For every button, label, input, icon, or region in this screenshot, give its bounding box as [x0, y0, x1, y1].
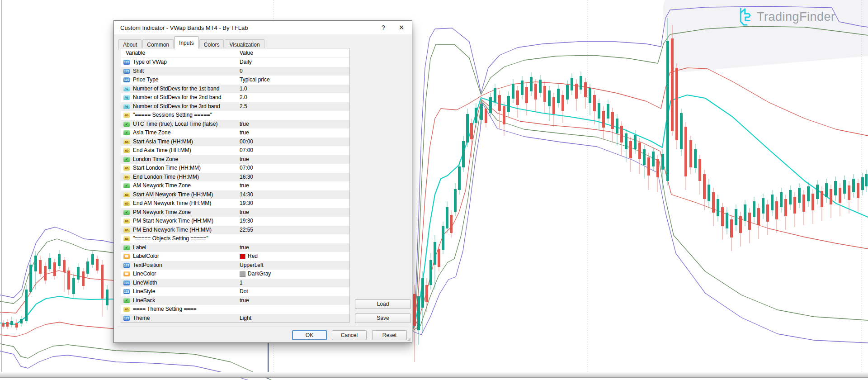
- candle-body-up: [29, 265, 32, 292]
- candle-body-down: [766, 204, 769, 222]
- string-icon: ab: [123, 113, 130, 118]
- candle-body-down: [561, 95, 564, 111]
- candle-body-up: [417, 296, 420, 330]
- variable-label: Start Asia Time (HH:MM): [133, 138, 237, 147]
- value-cell[interactable]: 1.0: [240, 85, 247, 94]
- candle-body-down: [438, 249, 440, 267]
- table-row[interactable]: ✓London Time Zonetrue: [121, 155, 349, 164]
- value-cell[interactable]: Dot: [240, 287, 248, 296]
- value-cell[interactable]: 14:30: [240, 190, 253, 200]
- table-row[interactable]: 123TextPositionUpperLeft: [121, 261, 349, 270]
- value-cell[interactable]: 2.0: [240, 93, 247, 102]
- value-cell[interactable]: DarkGray: [240, 270, 271, 279]
- candle-body-up: [852, 179, 855, 192]
- value-text: DarkGray: [248, 270, 271, 279]
- value-cell[interactable]: 2.5: [240, 102, 247, 111]
- table-row[interactable]: LabelColorRed: [121, 252, 349, 261]
- tradingfinder-logo-icon: [735, 7, 752, 26]
- table-row[interactable]: abEnd London Time (HH:MM)16:30: [121, 173, 349, 182]
- save-button[interactable]: Save: [355, 314, 411, 323]
- table-row[interactable]: ab"===== Objects Setting =====": [121, 234, 349, 243]
- value-cell[interactable]: Daily: [240, 58, 252, 67]
- candle-body-up: [680, 113, 683, 149]
- table-row[interactable]: ½Number of StdDevs for the 2nd band2.0: [121, 93, 349, 102]
- table-row[interactable]: abStart AM Newyork Time (HH:MM)14:30: [121, 190, 349, 200]
- candle-body-up: [571, 78, 573, 90]
- value-cell[interactable]: true: [240, 128, 249, 138]
- value-cell[interactable]: 16:30: [240, 173, 253, 182]
- close-icon[interactable]: ✕: [394, 21, 409, 34]
- help-button[interactable]: ?: [376, 21, 391, 34]
- table-row[interactable]: abEnd AM Newyork Time (HH:MM)19:30: [121, 199, 349, 208]
- tab-inputs[interactable]: Inputs: [175, 36, 198, 48]
- resize-grip[interactable]: [407, 337, 410, 341]
- table-row[interactable]: ✓PM Newyork Time Zonetrue: [121, 208, 349, 217]
- string-icon: ab: [123, 175, 130, 180]
- value-cell[interactable]: true: [240, 243, 249, 252]
- table-row[interactable]: ab==== Theme Setting ====: [121, 305, 349, 314]
- table-row[interactable]: 123LineWidth1: [121, 279, 349, 288]
- vwap-band-line-green: [413, 101, 868, 330]
- value-cell[interactable]: 19:30: [240, 199, 253, 208]
- table-row[interactable]: LineColorDarkGray: [121, 270, 349, 279]
- table-row[interactable]: abStart Asia Time (HH:MM)00:00: [121, 138, 349, 147]
- window-bottom-strip: [0, 372, 868, 377]
- table-row[interactable]: abPM End Newyork Time (HH:MM)22:55: [121, 226, 349, 235]
- reset-button[interactable]: Reset: [372, 330, 407, 340]
- table-row[interactable]: ✓Asia Time Zonetrue: [121, 128, 349, 138]
- color-icon: [123, 271, 130, 276]
- value-cell[interactable]: 19:30: [240, 217, 253, 226]
- value-cell[interactable]: 00:00: [240, 138, 253, 147]
- ok-button[interactable]: OK: [292, 330, 327, 340]
- load-button[interactable]: Load: [355, 299, 411, 309]
- table-row[interactable]: ✓UTC Time (true), Local Time (false)true: [121, 120, 349, 129]
- table-row[interactable]: 123Price TypeTypical price: [121, 76, 349, 85]
- table-row[interactable]: ✓AM Newyork Time Zonetrue: [121, 181, 349, 190]
- value-cell[interactable]: 0: [240, 67, 243, 76]
- cancel-button[interactable]: Cancel: [332, 330, 367, 340]
- string-icon: ab: [123, 166, 130, 171]
- variable-label: Number of StdDevs for the 3rd band: [133, 102, 237, 111]
- value-cell[interactable]: true: [240, 296, 249, 305]
- variable-label: LineStyle: [133, 287, 237, 296]
- table-row[interactable]: ✓LineBacktrue: [121, 296, 349, 305]
- candle-body-up: [58, 254, 61, 266]
- table-row[interactable]: ½Number of StdDevs for the 3rd band2.5: [121, 102, 349, 111]
- table-row[interactable]: abStart London Time (HH:MM)07:00: [121, 164, 349, 173]
- value-cell[interactable]: 22:55: [240, 226, 253, 235]
- value-cell[interactable]: Red: [240, 252, 258, 261]
- candle-body-up: [86, 261, 89, 274]
- tradingfinder-logo: TradingFinder: [735, 7, 835, 26]
- candle-body-up: [557, 89, 560, 103]
- candle-body-up: [708, 185, 710, 201]
- value-cell[interactable]: UpperLeft: [240, 261, 264, 270]
- value-cell[interactable]: true: [240, 181, 249, 190]
- table-row[interactable]: ✓Labeltrue: [121, 243, 349, 252]
- value-cell[interactable]: Light: [240, 314, 251, 323]
- table-row[interactable]: 123LineStyleDot: [121, 287, 349, 296]
- vwap-band-line-red: [0, 271, 116, 313]
- table-row[interactable]: ½Number of StdDevs for the 1st band1.0: [121, 85, 349, 94]
- variable-label: London Time Zone: [133, 155, 237, 164]
- table-row[interactable]: 123Type of VWapDaily: [121, 58, 349, 67]
- table-row[interactable]: 123ThemeLight: [121, 314, 349, 323]
- int-icon: 123: [123, 280, 130, 285]
- candle-body-down: [684, 127, 687, 176]
- table-row[interactable]: ab"===== Sessions Setting =====": [121, 111, 349, 120]
- string-icon: ab: [123, 228, 130, 233]
- value-cell[interactable]: true: [240, 155, 249, 164]
- value-cell[interactable]: 07:00: [240, 164, 253, 173]
- color-swatch: [240, 254, 245, 259]
- candle-body-down: [848, 185, 850, 200]
- table-row[interactable]: abEnd Asia Time (HH:MM)07:00: [121, 146, 349, 155]
- value-cell[interactable]: true: [240, 120, 249, 129]
- table-row[interactable]: abPM Start Newyork Time (HH:MM)19:30: [121, 217, 349, 226]
- variable-label: Number of StdDevs for the 2nd band: [133, 93, 237, 102]
- bool-icon: ✓: [123, 122, 130, 127]
- value-cell[interactable]: 1: [240, 279, 243, 288]
- value-cell[interactable]: true: [240, 208, 249, 217]
- dialog-titlebar[interactable]: Custom Indicator - VWap Bands MT4 - By T…: [114, 21, 412, 34]
- table-row[interactable]: 123Shift0: [121, 67, 349, 76]
- value-cell[interactable]: 07:00: [240, 146, 253, 155]
- value-cell[interactable]: Typical price: [240, 76, 270, 85]
